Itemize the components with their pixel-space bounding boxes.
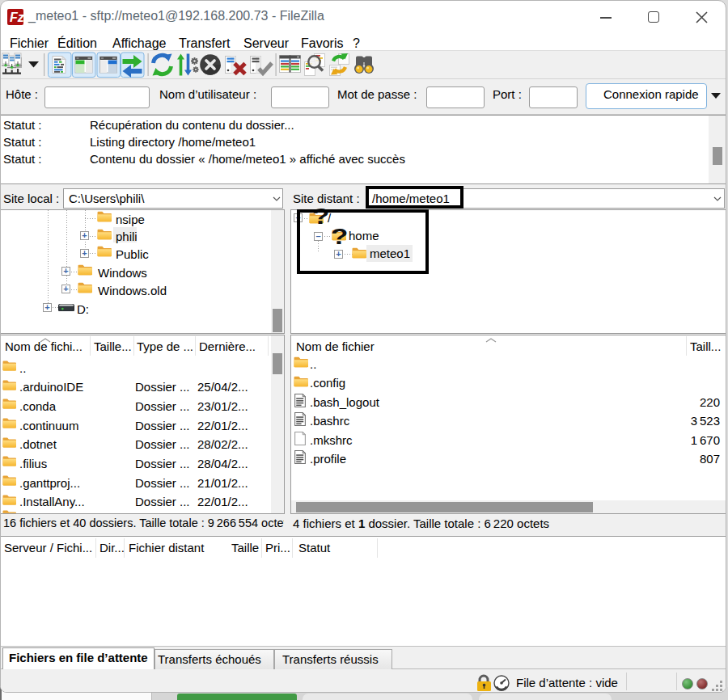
svg-text:Fz: Fz (10, 11, 23, 24)
